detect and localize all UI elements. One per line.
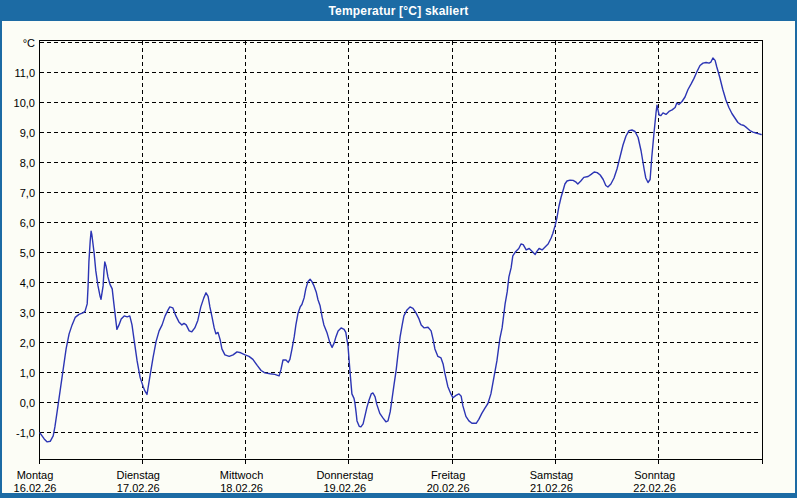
day-name: Samstag [530,469,573,482]
y-tick-label: 11,0 [0,67,35,79]
y-tick-label: 0,0 [0,397,35,409]
x-day-label: Freitag20.02.26 [427,469,470,495]
app-window: Temperatur [°C] skaliert °C11,010,09,08,… [0,0,800,500]
y-tick-label: -1,0 [0,427,35,439]
y-tick-label: 7,0 [0,187,35,199]
temperature-line [40,58,761,442]
day-name: Mittwoch [220,469,263,482]
y-tick-label: 5,0 [0,247,35,259]
day-name: Freitag [427,469,470,482]
x-day-label: Samstag21.02.26 [530,469,573,495]
y-tick-label: 2,0 [0,337,35,349]
day-name: Sonntag [633,469,676,482]
day-date: 18.02.26 [220,482,263,495]
y-tick-label: 3,0 [0,307,35,319]
day-date: 22.02.26 [633,482,676,495]
y-tick-label: 6,0 [0,217,35,229]
y-tick-label: 1,0 [0,367,35,379]
x-day-label: Mittwoch18.02.26 [220,469,263,495]
day-date: 20.02.26 [427,482,470,495]
temperature-chart [0,0,800,500]
day-name: Dienstag [117,469,160,482]
y-tick-label: 10,0 [0,97,35,109]
day-name: Donnerstag [316,469,373,482]
day-date: 21.02.26 [530,482,573,495]
y-tick-label: 8,0 [0,157,35,169]
y-axis-unit-label: °C [0,37,35,49]
x-day-label: Montag16.02.26 [14,469,57,495]
day-date: 19.02.26 [316,482,373,495]
day-name: Montag [14,469,57,482]
x-day-label: Sonntag22.02.26 [633,469,676,495]
y-tick-label: 4,0 [0,277,35,289]
day-date: 16.02.26 [14,482,57,495]
x-day-label: Donnerstag19.02.26 [316,469,373,495]
day-date: 17.02.26 [117,482,160,495]
y-tick-label: 9,0 [0,127,35,139]
x-day-label: Dienstag17.02.26 [117,469,160,495]
